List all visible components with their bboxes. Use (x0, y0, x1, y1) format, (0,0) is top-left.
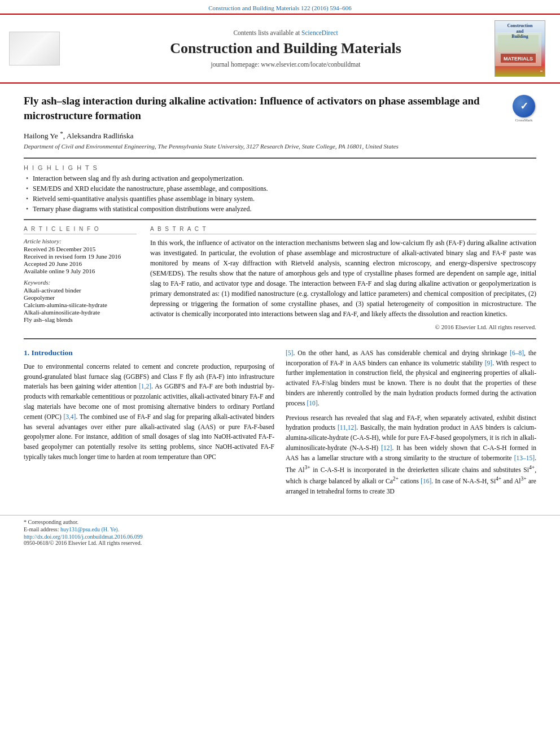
top-citation-text: Construction and Building Materials 122 … (208, 5, 352, 11)
affiliation: Department of Civil and Environmental En… (24, 143, 536, 150)
elsevier-logo-svg: ELSEVIER (12, 33, 57, 64)
intro-para1: Due to environmental concerns related to… (24, 362, 274, 462)
journal-cover-image: Construction and Building MATERIALS (495, 20, 545, 77)
ref-5[interactable]: [5] (286, 350, 293, 356)
article-title-section: Fly ash–slag interaction during alkaline… (24, 94, 536, 123)
article-info-heading: A R T I C L E I N F O (24, 226, 137, 234)
cover-line3: Building (508, 34, 533, 40)
authors-line: Hailong Ye *, Aleksandra Radlińska (24, 129, 536, 141)
page: Construction and Building Materials 122 … (0, 0, 560, 747)
ref-1-2[interactable]: [1,2] (139, 383, 151, 390)
journal-homepage: journal homepage: www.elsevier.com/locat… (211, 61, 361, 68)
elsevier-logo: ELSEVIER (9, 32, 60, 65)
article-dates: Received 26 December 2015 Received in re… (24, 246, 137, 274)
email-link[interactable]: huy131@psu.edu (H. Ye). (60, 526, 119, 532)
keyword-4: Alkali-aluminosilicate-hydrate (24, 309, 137, 316)
info-abstract-section: A R T I C L E I N F O Article history: R… (24, 226, 536, 330)
top-citation-bar: Construction and Building Materials 122 … (0, 0, 560, 14)
journal-cover-materials (540, 71, 542, 72)
journal-header: ELSEVIER Contents lists available at Sci… (0, 14, 560, 84)
abstract-text: In this work, the influence of activator… (150, 238, 536, 319)
journal-title-main: Construction and Building Materials (170, 40, 401, 57)
svg-text:MATERIALS: MATERIALS (504, 56, 533, 62)
ref-12b[interactable]: [12] (381, 444, 392, 451)
intro-para2: [5]. On the other hand, as AAS has consi… (286, 348, 536, 409)
keywords-label: Keywords: (24, 279, 137, 286)
highlight-item-4: Ternary phase diagrams with statistical … (24, 205, 536, 213)
footnote-corresponding: * Corresponding author. (24, 519, 536, 525)
intro-para3: Previous research has revealed that slag… (286, 413, 536, 497)
date-accepted: Accepted 20 June 2016 (24, 260, 137, 267)
body-left-col: 1. Introduction Due to environmental con… (24, 348, 274, 501)
intro-heading: 1. Introduction (24, 348, 274, 357)
highlight-item-2: SEM/EDS and XRD elucidate the nanostruct… (24, 185, 536, 193)
article-title: Fly ash–slag interaction during alkaline… (24, 94, 505, 123)
contents-line: Contents lists available at ScienceDirec… (233, 29, 338, 36)
highlights-heading: H I G H L I G H T S (24, 164, 536, 171)
ref-9[interactable]: [9] (485, 360, 492, 366)
journal-cover-text: Construction and Building (508, 23, 533, 40)
crossmark-label: CrossMark (515, 118, 532, 123)
elsevier-logo-image: ELSEVIER (9, 32, 60, 65)
ref-16[interactable]: [16] (421, 478, 431, 484)
cover-line2: and (508, 29, 533, 34)
ref-10[interactable]: [10] (307, 400, 317, 407)
sciencedirect-link[interactable]: ScienceDirect (301, 29, 338, 36)
issn-line: 0950-0618/© 2016 Elsevier Ltd. All right… (24, 540, 536, 546)
date-received: Received 26 December 2015 (24, 246, 137, 252)
footnote-email: E-mail address: huy131@psu.edu (H. Ye). (24, 526, 536, 532)
keyword-3: Calcium-alumina-silicate-hydrate (24, 302, 137, 308)
copyright-line: © 2016 Elsevier Ltd. All rights reserved… (150, 324, 536, 330)
date-revised: Received in revised form 19 June 2016 (24, 253, 137, 260)
highlights-section: H I G H L I G H T S Interaction between … (24, 164, 536, 213)
abstract-column: A B S T R A C T In this work, the influe… (150, 226, 536, 330)
elsevier-logo-section: ELSEVIER (9, 20, 77, 77)
ref-11-12[interactable]: [11,12] (338, 424, 356, 431)
article-footer: * Corresponding author. E-mail address: … (0, 515, 560, 548)
keyword-1: Alkali-activated binder (24, 287, 137, 294)
article-info-column: A R T I C L E I N F O Article history: R… (24, 226, 137, 330)
journal-header-center: Contents lists available at ScienceDirec… (86, 20, 485, 77)
ref-6-8[interactable]: [6–8] (510, 350, 524, 356)
contents-label: Contents lists available at (233, 29, 300, 36)
email-label: E-mail address: (24, 526, 59, 532)
keywords-list: Alkali-activated binder Geopolymer Calci… (24, 287, 137, 323)
keyword-5: Fly ash–slag blends (24, 316, 137, 323)
highlight-item-3: Rietveld semi-quantitative analysis quan… (24, 195, 536, 203)
divider-after-highlights (24, 219, 536, 220)
author-hailong: Hailong Ye *, Aleksandra Radlińska (24, 132, 134, 140)
body-right-col: [5]. On the other hand, as AAS has consi… (286, 348, 536, 501)
crossmark-icon[interactable]: ✓ (513, 95, 535, 117)
article-history-label: Article history: (24, 238, 137, 244)
ref-13-15[interactable]: [13–15] (514, 455, 535, 461)
highlights-list: Interaction between slag and fly ash dur… (24, 174, 536, 213)
cover-line1: Construction (508, 23, 533, 29)
svg-text:ELSEVIER: ELSEVIER (25, 58, 45, 62)
crossmark-badge: ✓ CrossMark (511, 96, 536, 121)
svg-point-1 (19, 33, 39, 57)
svg-point-2 (30, 33, 50, 57)
doi-link[interactable]: http://dx.doi.org/10.1016/j.conbuildmat.… (24, 534, 536, 540)
ref-3-4[interactable]: [3,4] (63, 413, 76, 420)
divider-after-affiliation (24, 158, 536, 159)
keyword-2: Geopolymer (24, 294, 137, 301)
journal-cover-section: Construction and Building MATERIALS (495, 20, 551, 77)
corresponding-marker: * (60, 129, 63, 136)
divider-after-abstract (24, 338, 536, 339)
svg-rect-0 (12, 33, 57, 64)
date-online: Available online 9 July 2016 (24, 268, 137, 274)
highlight-item-1: Interaction between slag and fly ash dur… (24, 174, 536, 183)
footnote-corresponding-text: * Corresponding author. (24, 519, 78, 525)
article-body: Fly ash–slag interaction during alkaline… (0, 84, 560, 510)
abstract-heading: A B S T R A C T (150, 226, 536, 234)
body-content-section: 1. Introduction Due to environmental con… (24, 348, 536, 501)
